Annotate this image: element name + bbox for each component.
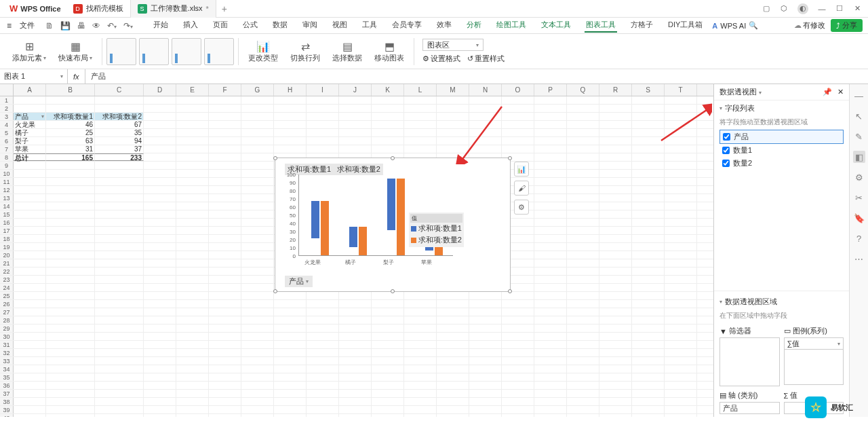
cell[interactable] (176, 308, 209, 316)
ai-search[interactable]: AWPS AI 🔍 (712, 21, 758, 30)
cell[interactable] (209, 341, 241, 348)
cell[interactable] (46, 300, 95, 308)
cell[interactable] (176, 121, 209, 128)
cell[interactable] (437, 105, 469, 112)
cell[interactable] (599, 129, 632, 136)
cell[interactable] (437, 145, 469, 153)
cell[interactable] (567, 210, 599, 218)
cell[interactable] (209, 398, 241, 405)
cell[interactable] (46, 349, 95, 356)
cell[interactable]: 94 (95, 137, 144, 145)
cell[interactable] (665, 162, 697, 169)
tab-start[interactable]: 开始 (152, 18, 170, 33)
cell[interactable] (95, 276, 144, 283)
tab-diy[interactable]: DIY工具箱 (667, 18, 704, 33)
cell[interactable] (502, 137, 534, 145)
tab-analysis[interactable]: 分析 (465, 18, 483, 33)
cell[interactable] (632, 267, 665, 275)
cell[interactable] (176, 292, 209, 299)
cell[interactable] (469, 333, 502, 340)
cell[interactable] (599, 235, 632, 242)
cell[interactable] (502, 145, 534, 153)
cell[interactable] (144, 390, 176, 397)
cell[interactable] (144, 121, 176, 128)
cell[interactable] (632, 137, 665, 145)
cell[interactable] (665, 267, 697, 275)
cell[interactable] (14, 96, 46, 104)
cell[interactable] (534, 210, 567, 218)
cell[interactable] (502, 390, 534, 397)
cell[interactable] (599, 341, 632, 348)
cell[interactable] (404, 365, 437, 373)
row-header[interactable]: 26 (0, 300, 14, 308)
cell[interactable] (534, 284, 567, 291)
cell[interactable] (404, 129, 437, 136)
cell[interactable] (209, 210, 241, 218)
cell[interactable] (437, 349, 469, 356)
cell[interactable] (599, 194, 632, 202)
cell[interactable] (502, 105, 534, 112)
cell[interactable] (632, 292, 665, 299)
cell[interactable] (144, 373, 176, 381)
cell[interactable] (372, 121, 404, 128)
cell[interactable] (176, 137, 209, 145)
cell[interactable] (307, 292, 339, 299)
cell[interactable] (534, 219, 567, 226)
cell[interactable] (144, 365, 176, 373)
cell[interactable] (46, 243, 95, 251)
edit-tool-icon[interactable]: ✎ (853, 130, 865, 143)
cell[interactable] (209, 414, 241, 417)
cell[interactable] (567, 406, 599, 413)
cell[interactable] (372, 365, 404, 373)
tab-drawtool[interactable]: 绘图工具 (495, 18, 528, 33)
cell[interactable] (241, 382, 274, 389)
cell[interactable] (534, 300, 567, 308)
cell[interactable] (567, 333, 599, 340)
cell[interactable] (567, 341, 599, 348)
cell[interactable] (144, 382, 176, 389)
cell[interactable] (144, 357, 176, 365)
cell[interactable] (469, 129, 502, 136)
cell[interactable] (176, 145, 209, 153)
cell[interactable] (307, 349, 339, 356)
cell[interactable] (176, 170, 209, 177)
cell[interactable] (46, 406, 95, 413)
cell[interactable] (307, 333, 339, 340)
cell[interactable] (567, 235, 599, 242)
cell[interactable] (144, 145, 176, 153)
cell[interactable] (274, 292, 307, 299)
row-header[interactable]: 12 (0, 186, 14, 193)
cell[interactable] (95, 235, 144, 242)
cell[interactable] (307, 414, 339, 417)
cell[interactable] (632, 153, 665, 161)
cell[interactable]: 火龙果 (14, 121, 46, 128)
layout-icon[interactable]: ▢ (762, 5, 770, 13)
panel-toggle-icon[interactable]: ◧ (853, 151, 865, 163)
cell[interactable] (241, 210, 274, 218)
cell[interactable] (95, 365, 144, 373)
cell[interactable] (46, 325, 95, 332)
cell[interactable] (469, 105, 502, 112)
col-header[interactable]: R (599, 84, 632, 96)
cell[interactable] (665, 341, 697, 348)
cell[interactable] (502, 96, 534, 104)
cell[interactable] (307, 113, 339, 120)
axis-drop-area[interactable]: 产品 (719, 402, 780, 414)
set-format-button[interactable]: ⚙设置格式 (422, 54, 460, 64)
row-header[interactable]: 37 (0, 390, 14, 397)
cell[interactable] (144, 178, 176, 185)
cell[interactable] (372, 316, 404, 324)
cell[interactable] (599, 259, 632, 267)
cell[interactable] (241, 145, 274, 153)
cell[interactable] (46, 96, 95, 104)
cell[interactable] (567, 105, 599, 112)
cell[interactable] (95, 300, 144, 308)
cell[interactable] (534, 276, 567, 283)
cell[interactable] (665, 276, 697, 283)
cell[interactable] (404, 316, 437, 324)
cell[interactable] (241, 316, 274, 324)
cell[interactable] (372, 96, 404, 104)
bookmark-tool-icon[interactable]: 🔖 (853, 212, 865, 224)
cell[interactable] (632, 333, 665, 340)
row-header[interactable]: 31 (0, 341, 14, 348)
